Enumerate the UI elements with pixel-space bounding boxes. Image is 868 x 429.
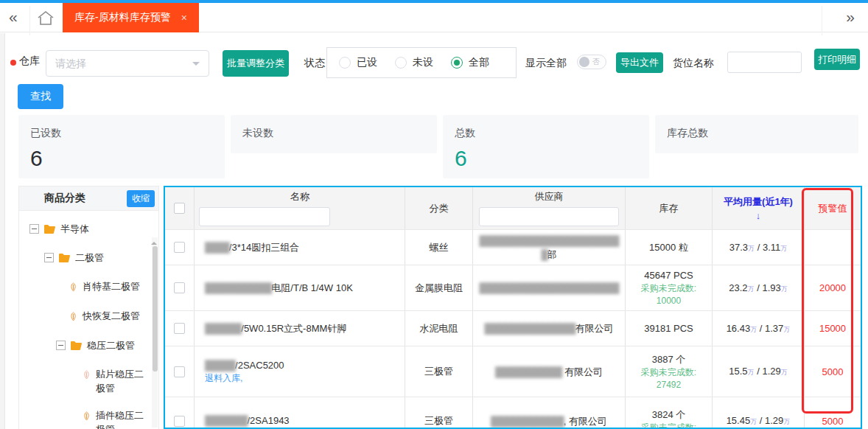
batch-adjust-category-button[interactable]: 批量调整分类 [223,50,289,77]
row-checkbox-cell [165,311,195,346]
purchase-note-label: 采购未完成数: [641,422,696,429]
stat-label: 已设数 [18,115,225,140]
collapse-node-icon[interactable] [56,341,66,350]
supplier-suffix: , 有限公司 [564,416,607,427]
stat-card-total: 总数 6 [443,115,649,178]
name-cell: ██████/5W0.15R立式-8MM针脚 [195,311,405,346]
select-all-checkbox[interactable] [174,203,185,214]
home-icon[interactable] [37,10,55,28]
row-checkbox-cell [165,397,195,429]
print-detail-button[interactable]: 打印明细 [814,49,860,70]
radio-all[interactable]: 全部 [451,56,489,69]
unit-wan: 万 [750,418,757,425]
header-checkbox-cell [165,187,195,229]
unit-wan: 万 [780,245,787,252]
radio-set[interactable]: 已设 [339,56,377,69]
tree-item-zener-diode[interactable]: 稳压二极管 [19,332,158,360]
tree-scrollbar-up-icon[interactable] [151,239,157,245]
item-name: 电阻/T/B 1/4W 10K [271,282,353,293]
warehouse-select-placeholder: 请选择 [46,51,209,76]
stock-cell: 15000 粒 [626,230,713,265]
search-button[interactable]: 查找 [18,84,63,109]
purchase-note-value: 10000 [657,295,681,307]
location-name-label: 货位名称 [673,57,714,70]
column-title: 分类 [430,202,449,215]
tree-body: 半导体 二极管 肖特基二极管 快恢复二极管 稳压二极管 贴片稳压二极管 插件稳压… [19,211,158,429]
status-label: 状态 [304,57,325,70]
tree-item-tht-zener-diode[interactable]: 插件稳压二极管 [19,402,158,429]
tab-close-icon[interactable]: × [181,12,187,24]
show-all-toggle[interactable]: 否 [577,55,606,69]
avg-usage-cell: 23.2万 / 1.93万 [713,265,805,310]
unit-wan: 万 [748,369,755,376]
header-average-usage[interactable]: 平均用量(近1年) ↓ [713,187,805,229]
warning-value-cell: 15000 [805,311,861,346]
table-row: █████/2SAC5200 退料入库, 三极管 ███████████ 有限公… [165,346,861,397]
purchase-note-label: 采购未完成数: [641,366,696,379]
stock-value: 15000 粒 [649,240,688,254]
row-checkbox[interactable] [174,242,185,253]
leaf-icon [83,369,91,383]
tree-item-schottky-diode[interactable]: 肖特基二极管 [19,273,158,302]
divider [29,6,30,35]
sort-desc-icon[interactable]: ↓ [756,210,761,221]
stock-value: 3887 个 [652,352,686,366]
tree-item-fast-recovery-diode[interactable]: 快恢复二极管 [19,302,158,332]
stat-label: 库存总数 [655,115,858,140]
collapse-tree-button[interactable]: 收缩 [127,190,155,207]
redacted-text: ███████████████ [484,323,575,334]
return-stock-link[interactable]: 退料入库, [205,372,242,385]
collapse-tabs-right-icon[interactable]: » [846,8,855,26]
warning-value-cell: 5000 [805,397,861,429]
tree-item-smd-zener-diode[interactable]: 贴片稳压二极管 [19,360,158,402]
row-checkbox[interactable] [174,323,185,334]
tree-item-semiconductor[interactable]: 半导体 [19,215,158,244]
stat-value: 6 [443,140,649,171]
warehouse-select[interactable]: 请选择 [46,50,209,77]
header-stock: 库存 [626,187,713,229]
column-title: 预警值 [819,202,847,215]
stock-cell: 45647 PCS 采购未完成数: 10000 [626,265,713,310]
status-radio-group: 已设 未设 全部 [326,47,517,78]
toggle-knob-icon [579,57,589,67]
name-cell: ███████████电阻/T/B 1/4W 10K [195,265,405,310]
tree-item-label: 二极管 [75,251,104,265]
tree-item-label: 肖特基二极管 [83,279,140,293]
row-checkbox-cell [165,346,195,397]
tree-header: 商品分类 收缩 [19,186,158,211]
leaf-icon [69,282,77,296]
radio-unset[interactable]: 未设 [395,56,433,69]
category-cell: 三极管 [405,346,473,397]
unit-wan: 万 [783,418,790,425]
avg-usage-cell: 16.43万 / 1.37万 [713,311,805,346]
collapse-tabs-left-icon[interactable]: « [9,8,18,26]
collapse-node-icon[interactable] [29,224,39,234]
row-checkbox[interactable] [174,282,185,293]
tab-inventory-warning[interactable]: 库存-原材料库存预警 × [63,3,199,32]
collapse-node-icon[interactable] [44,253,54,262]
location-name-input[interactable] [727,52,802,73]
redacted-text: ████████████ [491,416,564,427]
name-filter-input[interactable] [199,207,330,226]
row-checkbox[interactable] [174,416,185,427]
unit-wan: 万 [781,285,788,293]
purchase-note-label: 采购未完成数: [641,282,696,295]
export-file-button[interactable]: 导出文件 [616,52,663,73]
supplier-suffix: 有限公司 [575,323,614,334]
redacted-text: ████ [205,242,229,253]
tree-item-diode[interactable]: 二极管 [19,244,158,273]
column-title: 名称 [197,190,402,203]
supplier-filter-input[interactable] [479,207,619,226]
avg-month: 3.11 [763,242,780,253]
category-cell: 水泥电阻 [405,311,473,346]
redacted-text: ███████████ [495,366,561,377]
supplier-cell: ████████████████████████部 [473,230,626,265]
tree-scrollbar-thumb[interactable] [153,246,158,372]
column-title: 库存 [659,202,679,215]
stat-label: 未设数 [231,115,437,140]
tree-title: 商品分类 [44,192,85,205]
row-checkbox[interactable] [174,366,185,377]
warehouse-label: 仓库 [19,55,40,68]
redacted-text: ██████ [205,323,241,334]
chevron-down-icon [192,62,200,69]
